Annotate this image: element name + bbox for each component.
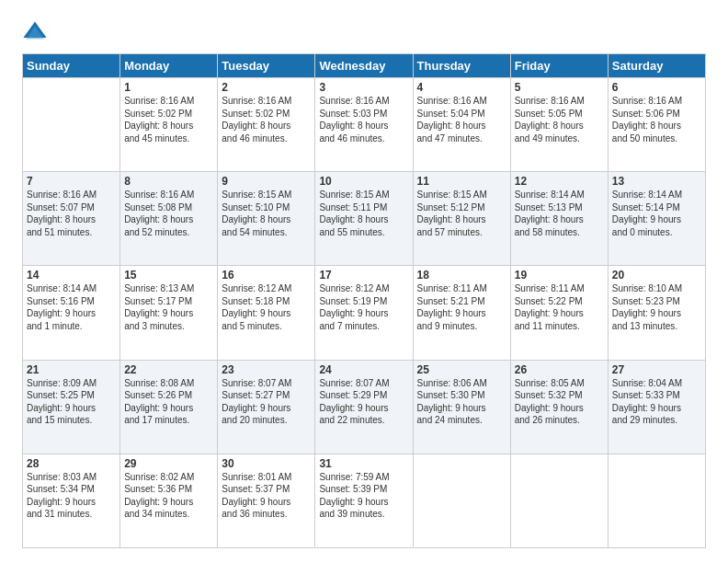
calendar-day-2: 2Sunrise: 8:16 AM Sunset: 5:02 PM Daylig… <box>218 78 315 172</box>
calendar-day-21: 21Sunrise: 8:09 AM Sunset: 5:25 PM Dayli… <box>23 360 120 454</box>
calendar-day-14: 14Sunrise: 8:14 AM Sunset: 5:16 PM Dayli… <box>23 266 120 360</box>
day-number: 15 <box>124 269 213 282</box>
day-number: 12 <box>515 175 604 188</box>
day-info: Sunrise: 8:07 AM Sunset: 5:29 PM Dayligh… <box>319 377 408 427</box>
day-info: Sunrise: 8:16 AM Sunset: 5:07 PM Dayligh… <box>27 189 116 238</box>
day-number: 31 <box>319 457 408 470</box>
day-info: Sunrise: 8:04 AM Sunset: 5:33 PM Dayligh… <box>612 377 701 427</box>
day-info: Sunrise: 8:14 AM Sunset: 5:13 PM Dayligh… <box>515 189 604 238</box>
calendar-day-7: 7Sunrise: 8:16 AM Sunset: 5:07 PM Daylig… <box>23 172 120 266</box>
day-info: Sunrise: 8:03 AM Sunset: 5:34 PM Dayligh… <box>27 471 116 521</box>
calendar-day-26: 26Sunrise: 8:05 AM Sunset: 5:32 PM Dayli… <box>510 360 608 454</box>
calendar-day-4: 4Sunrise: 8:16 AM Sunset: 5:04 PM Daylig… <box>413 78 510 172</box>
day-number: 17 <box>319 269 408 282</box>
calendar-day-24: 24Sunrise: 8:07 AM Sunset: 5:29 PM Dayli… <box>315 360 413 454</box>
weekday-header-monday: Monday <box>120 54 218 78</box>
weekday-header-row: SundayMondayTuesdayWednesdayThursdayFrid… <box>23 54 706 78</box>
day-number: 9 <box>222 175 311 188</box>
day-number: 5 <box>515 81 604 94</box>
calendar-day-9: 9Sunrise: 8:15 AM Sunset: 5:10 PM Daylig… <box>218 172 315 266</box>
day-info: Sunrise: 8:06 AM Sunset: 5:30 PM Dayligh… <box>417 377 506 427</box>
calendar-day-6: 6Sunrise: 8:16 AM Sunset: 5:06 PM Daylig… <box>608 78 705 172</box>
day-number: 30 <box>222 457 311 470</box>
day-number: 13 <box>612 175 701 188</box>
calendar-week-5: 28Sunrise: 8:03 AM Sunset: 5:34 PM Dayli… <box>23 454 706 547</box>
day-info: Sunrise: 8:12 AM Sunset: 5:18 PM Dayligh… <box>222 282 311 332</box>
day-number: 10 <box>319 175 408 188</box>
day-number: 26 <box>515 363 604 376</box>
day-number: 18 <box>417 269 506 282</box>
calendar-day-11: 11Sunrise: 8:15 AM Sunset: 5:12 PM Dayli… <box>413 172 510 266</box>
weekday-header-sunday: Sunday <box>23 54 120 78</box>
day-number: 6 <box>612 81 701 94</box>
calendar-table: SundayMondayTuesdayWednesdayThursdayFrid… <box>22 53 706 548</box>
weekday-header-thursday: Thursday <box>413 54 510 78</box>
weekday-header-wednesday: Wednesday <box>315 54 413 78</box>
logo-icon <box>22 18 48 44</box>
day-info: Sunrise: 8:11 AM Sunset: 5:22 PM Dayligh… <box>515 282 604 332</box>
day-info: Sunrise: 8:16 AM Sunset: 5:02 PM Dayligh… <box>222 95 311 144</box>
day-info: Sunrise: 8:12 AM Sunset: 5:19 PM Dayligh… <box>319 282 408 332</box>
day-info: Sunrise: 8:11 AM Sunset: 5:21 PM Dayligh… <box>417 282 506 332</box>
day-number: 20 <box>612 269 701 282</box>
day-info: Sunrise: 8:16 AM Sunset: 5:02 PM Dayligh… <box>124 95 213 144</box>
day-info: Sunrise: 8:16 AM Sunset: 5:06 PM Dayligh… <box>612 95 701 144</box>
day-info: Sunrise: 8:14 AM Sunset: 5:14 PM Dayligh… <box>612 189 701 238</box>
calendar-week-4: 21Sunrise: 8:09 AM Sunset: 5:25 PM Dayli… <box>23 360 706 454</box>
calendar-day-8: 8Sunrise: 8:16 AM Sunset: 5:08 PM Daylig… <box>120 172 218 266</box>
calendar-day-5: 5Sunrise: 8:16 AM Sunset: 5:05 PM Daylig… <box>510 78 608 172</box>
day-info: Sunrise: 8:15 AM Sunset: 5:10 PM Dayligh… <box>222 189 311 238</box>
day-number: 11 <box>417 175 506 188</box>
day-number: 19 <box>515 269 604 282</box>
calendar-day-3: 3Sunrise: 8:16 AM Sunset: 5:03 PM Daylig… <box>315 78 413 172</box>
day-number: 4 <box>417 81 506 94</box>
empty-cell <box>608 454 705 547</box>
logo <box>22 18 50 44</box>
day-info: Sunrise: 8:16 AM Sunset: 5:08 PM Dayligh… <box>124 189 213 238</box>
calendar-day-18: 18Sunrise: 8:11 AM Sunset: 5:21 PM Dayli… <box>413 266 510 360</box>
calendar-day-27: 27Sunrise: 8:04 AM Sunset: 5:33 PM Dayli… <box>608 360 705 454</box>
day-info: Sunrise: 7:59 AM Sunset: 5:39 PM Dayligh… <box>319 471 408 521</box>
day-number: 7 <box>27 175 116 188</box>
day-info: Sunrise: 8:01 AM Sunset: 5:37 PM Dayligh… <box>222 471 311 521</box>
day-info: Sunrise: 8:09 AM Sunset: 5:25 PM Dayligh… <box>27 377 116 427</box>
day-info: Sunrise: 8:10 AM Sunset: 5:23 PM Dayligh… <box>612 282 701 332</box>
page: SundayMondayTuesdayWednesdayThursdayFrid… <box>0 0 728 563</box>
empty-cell <box>23 78 120 172</box>
calendar-day-23: 23Sunrise: 8:07 AM Sunset: 5:27 PM Dayli… <box>218 360 315 454</box>
calendar-day-30: 30Sunrise: 8:01 AM Sunset: 5:37 PM Dayli… <box>218 454 315 547</box>
calendar-day-15: 15Sunrise: 8:13 AM Sunset: 5:17 PM Dayli… <box>120 266 218 360</box>
empty-cell <box>510 454 608 547</box>
day-info: Sunrise: 8:15 AM Sunset: 5:11 PM Dayligh… <box>319 189 408 238</box>
day-number: 2 <box>222 81 311 94</box>
day-info: Sunrise: 8:08 AM Sunset: 5:26 PM Dayligh… <box>124 377 213 427</box>
day-number: 1 <box>124 81 213 94</box>
calendar-day-31: 31Sunrise: 7:59 AM Sunset: 5:39 PM Dayli… <box>315 454 413 547</box>
day-number: 21 <box>27 363 116 376</box>
weekday-header-friday: Friday <box>510 54 608 78</box>
calendar-day-12: 12Sunrise: 8:14 AM Sunset: 5:13 PM Dayli… <box>510 172 608 266</box>
day-number: 8 <box>124 175 213 188</box>
calendar-day-25: 25Sunrise: 8:06 AM Sunset: 5:30 PM Dayli… <box>413 360 510 454</box>
weekday-header-saturday: Saturday <box>608 54 705 78</box>
day-info: Sunrise: 8:07 AM Sunset: 5:27 PM Dayligh… <box>222 377 311 427</box>
calendar-week-2: 7Sunrise: 8:16 AM Sunset: 5:07 PM Daylig… <box>23 172 706 266</box>
empty-cell <box>413 454 510 547</box>
calendar-day-28: 28Sunrise: 8:03 AM Sunset: 5:34 PM Dayli… <box>23 454 120 547</box>
day-number: 28 <box>27 457 116 470</box>
calendar-week-3: 14Sunrise: 8:14 AM Sunset: 5:16 PM Dayli… <box>23 266 706 360</box>
day-info: Sunrise: 8:16 AM Sunset: 5:04 PM Dayligh… <box>417 95 506 144</box>
day-number: 3 <box>319 81 408 94</box>
day-info: Sunrise: 8:02 AM Sunset: 5:36 PM Dayligh… <box>124 471 213 521</box>
day-number: 25 <box>417 363 506 376</box>
calendar-day-22: 22Sunrise: 8:08 AM Sunset: 5:26 PM Dayli… <box>120 360 218 454</box>
weekday-header-tuesday: Tuesday <box>218 54 315 78</box>
header <box>22 18 706 44</box>
calendar-day-19: 19Sunrise: 8:11 AM Sunset: 5:22 PM Dayli… <box>510 266 608 360</box>
calendar-day-13: 13Sunrise: 8:14 AM Sunset: 5:14 PM Dayli… <box>608 172 705 266</box>
calendar-day-1: 1Sunrise: 8:16 AM Sunset: 5:02 PM Daylig… <box>120 78 218 172</box>
day-info: Sunrise: 8:16 AM Sunset: 5:05 PM Dayligh… <box>515 95 604 144</box>
calendar-day-16: 16Sunrise: 8:12 AM Sunset: 5:18 PM Dayli… <box>218 266 315 360</box>
day-info: Sunrise: 8:13 AM Sunset: 5:17 PM Dayligh… <box>124 282 213 332</box>
calendar-day-29: 29Sunrise: 8:02 AM Sunset: 5:36 PM Dayli… <box>120 454 218 547</box>
